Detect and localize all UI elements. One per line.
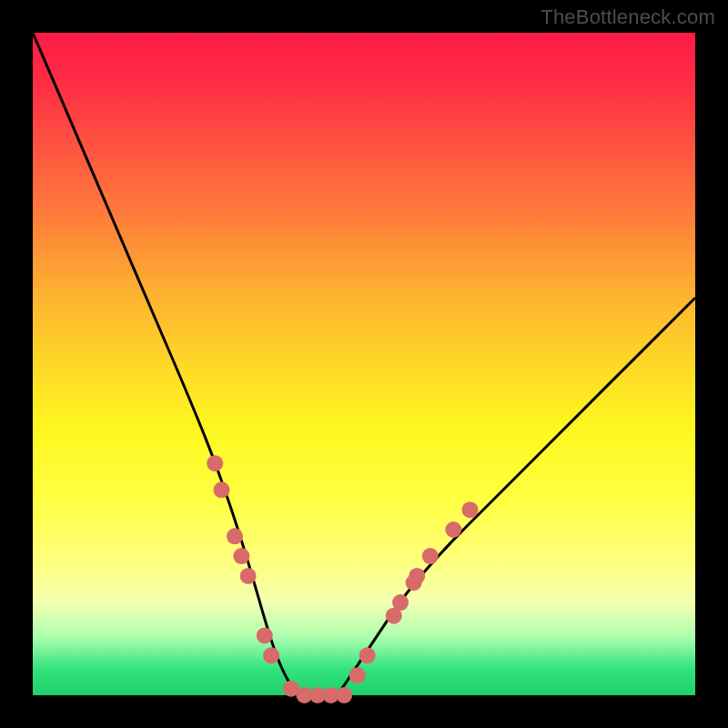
curve-marker-dot [409, 568, 425, 584]
curve-marker-dot [359, 647, 376, 663]
curve-marker-dot [349, 667, 366, 683]
chart-stage: TheBottleneck.com [0, 0, 728, 728]
curve-marker-dot [240, 568, 257, 584]
curve-marker-dot [263, 647, 279, 663]
curve-markers [207, 455, 478, 703]
plot-area [33, 33, 695, 695]
curve-marker-dot [392, 594, 409, 611]
curve-marker-dot [257, 627, 273, 643]
curve-marker-dot [233, 548, 249, 564]
curve-marker-dot [445, 521, 461, 538]
bottleneck-curve-svg [33, 33, 695, 695]
curve-marker-dot [461, 501, 478, 518]
curve-marker-dot [227, 528, 243, 544]
curve-marker-dot [213, 481, 229, 498]
bottleneck-curve-path [33, 33, 695, 695]
curve-marker-dot [422, 548, 439, 564]
curve-marker-dot [207, 455, 223, 471]
watermark-label: TheBottleneck.com [541, 5, 715, 29]
curve-marker-dot [336, 687, 352, 703]
